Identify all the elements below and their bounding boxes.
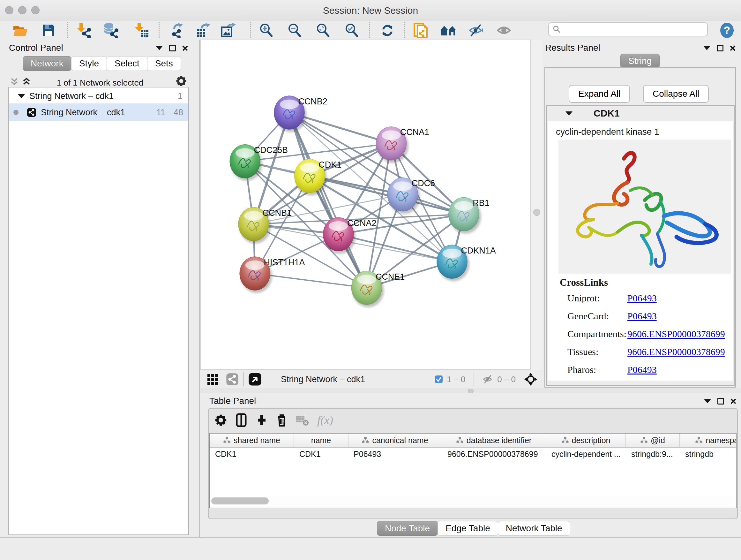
panel-close-icon[interactable] <box>182 45 188 51</box>
current-network-name: String Network – cdk1 <box>281 374 365 384</box>
crosslink-row: Tissues:9606.ENSP00000378699 <box>567 347 733 357</box>
crosslink-row: GeneCard:P06493 <box>567 311 733 321</box>
column-header-shared-name[interactable]: shared name <box>210 434 294 447</box>
network-options-gear-icon[interactable] <box>176 75 187 87</box>
detach-view-icon[interactable] <box>248 373 262 386</box>
network-node-CCNA2[interactable]: CCNA2 <box>323 217 376 254</box>
splitter-grip[interactable] <box>533 209 540 216</box>
export-table-icon[interactable] <box>193 22 211 38</box>
table-horizontal-scrollbar[interactable] <box>211 497 734 505</box>
network-view-icon[interactable] <box>226 373 239 386</box>
panel-splitter-vertical[interactable] <box>530 40 543 370</box>
network-collection-row[interactable]: String Network – cdk1 1 <box>9 89 188 104</box>
crosslink-link[interactable]: P06493 <box>627 364 657 375</box>
splitter-grip[interactable] <box>468 389 474 393</box>
grid-view-icon[interactable] <box>207 372 221 386</box>
column-header-name[interactable]: name <box>294 434 348 447</box>
home-icon[interactable] <box>440 22 457 38</box>
zoom-selected-icon[interactable] <box>343 22 360 38</box>
collapse-entry-icon[interactable] <box>565 111 572 116</box>
import-table-icon[interactable] <box>132 22 150 38</box>
search-icon <box>553 25 561 34</box>
network-node-CDKN1A[interactable]: CDKN1A <box>437 245 496 281</box>
panel-close-icon[interactable] <box>731 398 736 404</box>
selected-checkbox-icon[interactable] <box>434 375 443 383</box>
tree-expand-icon[interactable] <box>18 94 25 98</box>
node-label: CDC25B <box>254 145 288 155</box>
column-header-canonical-name[interactable]: canonical name <box>348 434 442 447</box>
zoom-in-icon[interactable] <box>257 22 275 38</box>
panel-float-icon[interactable] <box>717 45 724 51</box>
crosslink-link[interactable]: 9606.ENSP00000378699 <box>627 328 725 339</box>
network-node-CCNB2[interactable]: CCNB2 <box>274 96 327 132</box>
hide-selected-eye-icon[interactable] <box>467 22 485 38</box>
entry-gene-name: CDK1 <box>594 108 620 119</box>
search-input[interactable] <box>561 24 699 35</box>
export-image-icon[interactable] <box>218 22 236 38</box>
panel-close-icon[interactable] <box>730 45 736 51</box>
tab-network-table[interactable]: Network Table <box>498 521 570 536</box>
node-label: CCNE1 <box>376 272 405 282</box>
crosslink-row: Pharos:P06493 <box>567 364 733 375</box>
toolbar-separator <box>250 22 251 38</box>
control-panel: Control Panel NetworkStyleSelectSets 1 o… <box>0 40 200 537</box>
panel-float-icon[interactable] <box>718 398 724 405</box>
expand-all-button[interactable]: Expand All <box>569 85 630 103</box>
tab-network[interactable]: Network <box>23 56 71 71</box>
tab-string[interactable]: String <box>620 54 660 68</box>
network-node-CDC6[interactable]: CDC6 <box>387 178 435 214</box>
network-node-CCNA1[interactable]: CCNA1 <box>376 126 429 163</box>
help-icon[interactable]: ? <box>718 22 736 38</box>
save-session-icon[interactable] <box>40 22 57 38</box>
column-header-description[interactable]: description <box>546 434 626 447</box>
table-options-gear-icon[interactable] <box>214 414 227 427</box>
network-node-CCNB1[interactable]: CCNB1 <box>239 207 292 244</box>
import-network-file-icon[interactable] <box>75 22 92 38</box>
tab-edge-table[interactable]: Edge Table <box>437 521 498 536</box>
network-node-RB1[interactable]: RB1 <box>448 197 489 234</box>
table-panel-title: Table Panel <box>209 396 256 406</box>
crosslinks-list: Uniprot:P06493GeneCard:P06493Compartment… <box>567 293 733 375</box>
show-columns-icon[interactable] <box>235 413 248 427</box>
network-selection-status: 1 of 1 Network selected <box>0 78 200 88</box>
network-node-CCNE1[interactable]: CCNE1 <box>351 271 405 307</box>
zoom-fit-icon[interactable] <box>314 22 332 38</box>
collapse-all-button[interactable]: Collapse All <box>643 85 709 103</box>
tab-node-table[interactable]: Node Table <box>377 521 438 536</box>
network-row[interactable]: String Network – cdk1 11 48 <box>9 104 188 121</box>
export-network-icon[interactable] <box>166 22 184 38</box>
network-node-HIST1H1A[interactable]: HIST1H1A <box>240 257 305 293</box>
crosslink-link[interactable]: P06493 <box>627 293 657 304</box>
panel-splitter-horizontal[interactable] <box>200 388 741 393</box>
string-document-icon[interactable] <box>412 22 429 38</box>
column-header-@id[interactable]: @id <box>626 434 680 447</box>
scrollbar-thumb[interactable] <box>211 497 269 504</box>
crosslink-link[interactable]: 9606.ENSP00000378699 <box>627 347 725 357</box>
network-canvas[interactable]: CCNB2CCNA1CDC25BCDK1CDC6RB1CCNB1CCNA2CDK… <box>200 40 530 370</box>
zoom-out-icon[interactable] <box>286 22 304 38</box>
search-box[interactable] <box>548 22 708 37</box>
column-header-database-identifier[interactable]: database identifier <box>442 434 546 447</box>
tab-sets[interactable]: Sets <box>147 56 181 71</box>
crosslink-link[interactable]: P06493 <box>627 311 657 321</box>
panel-menu-icon[interactable] <box>156 46 163 50</box>
window-title: Session: New Session <box>0 5 741 16</box>
panel-float-icon[interactable] <box>169 45 176 51</box>
open-session-icon[interactable] <box>11 22 29 38</box>
import-network-database-icon[interactable] <box>102 22 119 38</box>
show-all-eye-icon[interactable] <box>495 22 513 38</box>
table-row[interactable]: CDK1CDK1P064939606.ENSP00000378699cyclin… <box>210 448 736 460</box>
column-header-namespace[interactable]: namespace <box>680 434 737 447</box>
delete-column-icon[interactable] <box>276 413 288 427</box>
panel-menu-icon[interactable] <box>703 46 711 50</box>
edge-count: 48 <box>174 108 183 118</box>
crosslinks-title: CrossLinks <box>560 277 733 288</box>
crosslink-label: Tissues: <box>567 347 627 357</box>
refresh-icon[interactable] <box>379 22 396 38</box>
tab-select[interactable]: Select <box>107 56 147 71</box>
node-label: CDC6 <box>412 179 435 188</box>
birdseye-icon[interactable] <box>524 373 537 386</box>
tab-style[interactable]: Style <box>71 56 107 71</box>
panel-menu-icon[interactable] <box>704 399 711 403</box>
create-column-icon[interactable] <box>255 414 268 427</box>
